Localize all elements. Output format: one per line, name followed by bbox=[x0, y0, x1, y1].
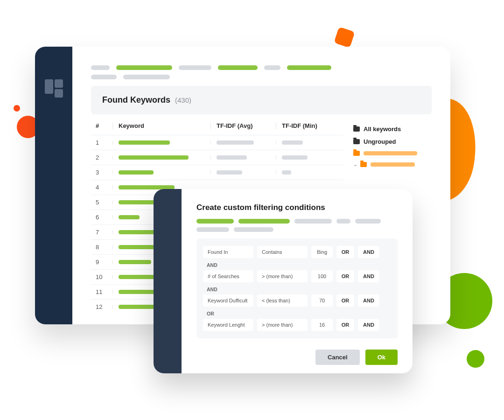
or-button[interactable]: OR bbox=[336, 246, 354, 258]
filter-value[interactable]: 100 bbox=[311, 270, 333, 282]
ok-button[interactable]: Ok bbox=[365, 350, 398, 365]
row-index: 3 bbox=[94, 169, 112, 176]
group-label: All keywords bbox=[364, 126, 401, 133]
keyword-bar bbox=[119, 215, 140, 219]
row-index: 7 bbox=[94, 229, 112, 236]
or-button[interactable]: OR bbox=[336, 294, 354, 307]
dialog-title: Create custom filtering conditions bbox=[196, 203, 398, 212]
avg-bar bbox=[217, 170, 242, 175]
filter-field[interactable]: Found In bbox=[203, 246, 253, 258]
row-index: 12 bbox=[94, 303, 112, 310]
filter-row: Keyword Lenght> (more than)16ORAND bbox=[203, 319, 391, 331]
dialog-body: Create custom filtering conditions Found… bbox=[182, 189, 413, 373]
filter-field[interactable]: Keyword Dufficult bbox=[203, 294, 253, 307]
col-keyword[interactable]: Keyword bbox=[112, 122, 210, 129]
dialog-actions: Cancel Ok bbox=[196, 341, 398, 365]
filter-value[interactable]: Bing bbox=[311, 246, 333, 258]
table-row[interactable]: 3 bbox=[91, 165, 343, 180]
folder-icon bbox=[353, 151, 360, 156]
panel-count: (430) bbox=[175, 96, 191, 104]
table-row[interactable]: 1 bbox=[91, 135, 343, 150]
table-row[interactable]: 2 bbox=[91, 150, 343, 165]
row-index: 5 bbox=[94, 199, 112, 206]
panel-title-text: Found Keywords bbox=[102, 95, 170, 105]
decor-green-circle-small bbox=[467, 350, 484, 368]
row-index: 11 bbox=[94, 288, 112, 295]
keyword-bar bbox=[119, 140, 170, 145]
filter-field[interactable]: Keyword Lenght bbox=[203, 319, 253, 331]
group-ungrouped[interactable]: Ungrouped bbox=[353, 138, 432, 145]
row-index: 4 bbox=[94, 184, 112, 191]
chevron-down-icon: ⌄ bbox=[353, 161, 357, 168]
group-label: Ungrouped bbox=[364, 138, 396, 145]
group-bar bbox=[364, 151, 417, 155]
filter-operator[interactable]: > (more than) bbox=[257, 319, 308, 331]
app-sidebar bbox=[35, 47, 72, 324]
and-button[interactable]: AND bbox=[358, 319, 379, 331]
filter-row: Found InContainsBingORAND bbox=[203, 246, 391, 258]
group-bar bbox=[371, 162, 415, 167]
row-index: 9 bbox=[94, 259, 112, 266]
dialog-pills-2 bbox=[196, 227, 398, 232]
decor-orange-square bbox=[334, 27, 355, 48]
row-index: 1 bbox=[94, 139, 112, 146]
row-index: 10 bbox=[94, 273, 112, 280]
found-keywords-panel: Found Keywords (430) bbox=[91, 86, 432, 114]
filter-conditions: Found InContainsBingORANDAND# of Searche… bbox=[196, 238, 398, 338]
filter-value[interactable]: 16 bbox=[311, 319, 333, 331]
row-index: 2 bbox=[94, 154, 112, 161]
filter-row: Keyword Dufficult< (less than)70ORAND bbox=[203, 294, 391, 307]
and-button[interactable]: AND bbox=[358, 294, 379, 307]
keyword-bar bbox=[119, 200, 158, 204]
and-button[interactable]: AND bbox=[358, 246, 379, 258]
decor-red-dot bbox=[14, 105, 20, 112]
keyword-bar bbox=[119, 155, 189, 160]
filter-operator[interactable]: > (more than) bbox=[257, 270, 308, 282]
folder-icon bbox=[360, 162, 367, 167]
folder-icon bbox=[353, 139, 360, 144]
avg-bar bbox=[217, 140, 254, 145]
filter-operator[interactable]: Contains bbox=[257, 246, 308, 258]
avg-bar bbox=[217, 155, 247, 160]
filter-dialog: Create custom filtering conditions Found… bbox=[154, 189, 413, 373]
cancel-button[interactable]: Cancel bbox=[315, 350, 360, 365]
filter-field[interactable]: # of Searches bbox=[203, 270, 253, 282]
and-button[interactable]: AND bbox=[358, 270, 379, 282]
min-bar bbox=[282, 170, 291, 175]
min-bar bbox=[282, 140, 303, 145]
group-custom-2[interactable]: ⌄ bbox=[353, 161, 432, 168]
breadcrumb-row bbox=[91, 65, 432, 70]
panel-title: Found Keywords (430) bbox=[102, 95, 420, 105]
min-bar bbox=[282, 155, 308, 160]
col-min[interactable]: TF-IDF (Min) bbox=[276, 122, 327, 129]
or-button[interactable]: OR bbox=[336, 319, 354, 331]
row-conjunction: OR bbox=[203, 308, 391, 317]
dashboard-icon[interactable] bbox=[45, 79, 63, 98]
filter-operator[interactable]: < (less than) bbox=[257, 294, 308, 307]
filter-row: # of Searches> (more than)100ORAND bbox=[203, 270, 391, 282]
keyword-bar bbox=[119, 170, 154, 175]
col-index: # bbox=[94, 122, 112, 129]
dialog-sidebar bbox=[154, 189, 182, 373]
keyword-bar bbox=[119, 260, 151, 264]
col-avg[interactable]: TF-IDF (Avg) bbox=[210, 122, 276, 129]
folder-icon bbox=[353, 126, 360, 132]
or-button[interactable]: OR bbox=[336, 270, 354, 282]
row-index: 6 bbox=[94, 214, 112, 221]
breadcrumb-row-2 bbox=[91, 75, 432, 79]
row-conjunction: AND bbox=[203, 284, 391, 293]
group-all-keywords[interactable]: All keywords bbox=[353, 126, 432, 133]
row-index: 8 bbox=[94, 244, 112, 251]
group-custom-1[interactable] bbox=[353, 151, 432, 156]
row-conjunction: AND bbox=[203, 260, 391, 268]
table-header: # Keyword TF-IDF (Avg) TF-IDF (Min) bbox=[91, 116, 343, 135]
dialog-pills-1 bbox=[196, 219, 398, 224]
filter-value[interactable]: 70 bbox=[311, 294, 333, 307]
